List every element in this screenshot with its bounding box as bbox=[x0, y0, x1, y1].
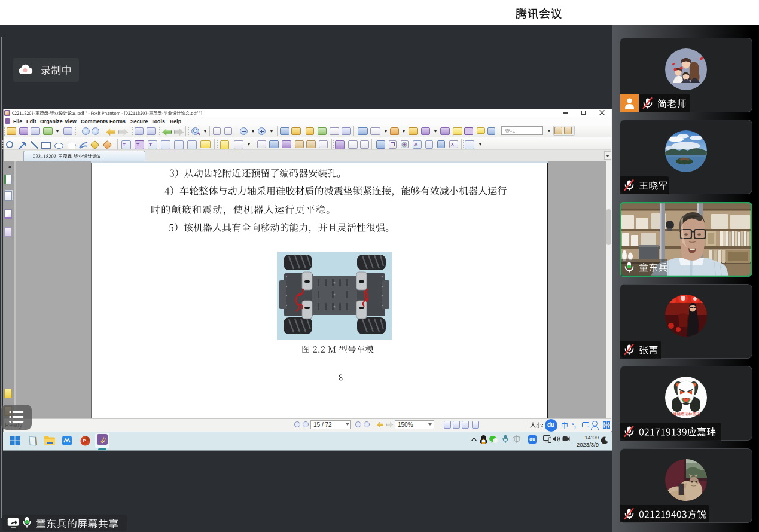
svg-text:P: P bbox=[83, 438, 86, 444]
